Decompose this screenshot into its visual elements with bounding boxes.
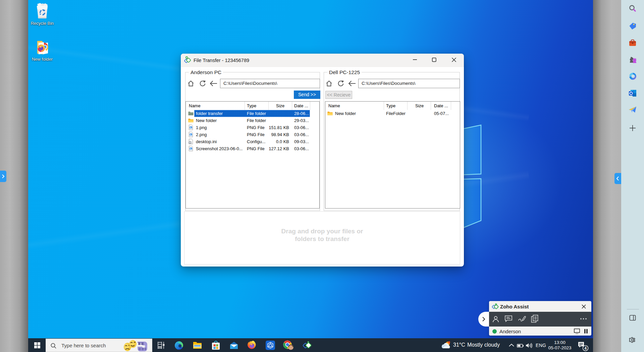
svg-text:4: 4 (584, 346, 587, 351)
